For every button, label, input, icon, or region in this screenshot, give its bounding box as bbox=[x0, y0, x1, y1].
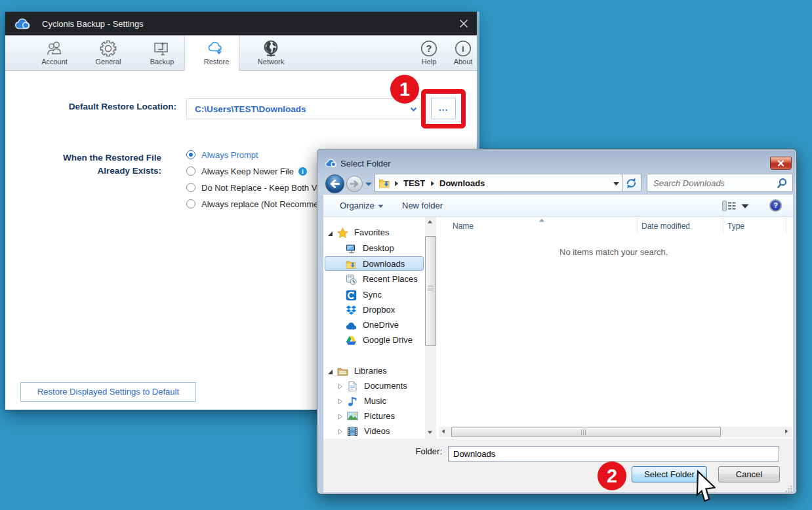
svg-text:?: ? bbox=[426, 43, 432, 54]
svg-text:i: i bbox=[462, 44, 464, 54]
